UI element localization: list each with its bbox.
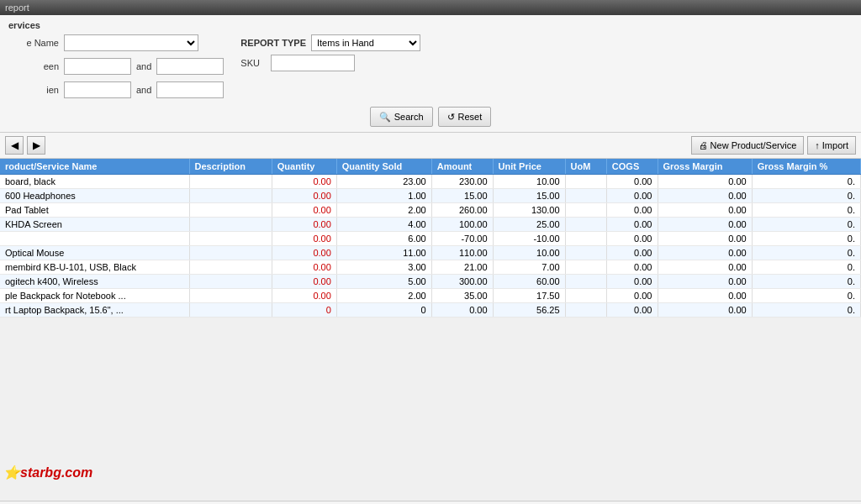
cell-gross-margin: 0.00	[658, 232, 752, 246]
cell-uom	[565, 246, 606, 260]
cell-description	[189, 232, 272, 246]
cell-gross-margin: 0.00	[658, 289, 752, 303]
filter-top-row: e Name een and ien and	[8, 34, 853, 102]
new-product-label: New Product/Service	[710, 140, 797, 150]
toolbar: ◀ ▶ 🖨 New Product/Service ↑ Import	[0, 133, 861, 159]
cell-amount: 300.00	[431, 275, 493, 289]
filter-between-row: een and	[8, 58, 224, 75]
top-bar: report	[0, 0, 861, 15]
cell-cogs: 0.00	[606, 303, 658, 318]
cell-quantity: 0.00	[272, 203, 336, 218]
cell-quantity: 0.00	[272, 275, 336, 289]
between-input-1[interactable]	[64, 58, 131, 75]
when-input-2[interactable]	[156, 81, 224, 98]
cell-uom	[565, 275, 606, 289]
cell-unit-price: 56.25	[493, 303, 565, 318]
sku-label: SKU	[240, 58, 266, 68]
reset-button[interactable]: ↺ Reset	[438, 107, 492, 127]
table-container: roduct/Service Name Description Quantity…	[0, 159, 861, 501]
cell-amount: 35.00	[431, 289, 493, 303]
cell-cogs: 0.00	[606, 275, 658, 289]
cell-uom	[565, 260, 606, 275]
cell-uom	[565, 303, 606, 318]
cell-description	[189, 246, 272, 260]
and-label-1: and	[136, 61, 151, 71]
watermark: ⭐starbg.com	[3, 465, 92, 480]
sku-input[interactable]	[271, 55, 355, 71]
import-label: Import	[822, 140, 848, 150]
cell-cogs: 0.00	[606, 260, 658, 275]
cell-gross-margin-pct: 0.	[752, 289, 860, 303]
cell-gross-margin-pct: 0.	[752, 232, 860, 246]
cell-quantity: 0.00	[272, 218, 336, 232]
new-product-icon: 🖨	[699, 140, 708, 150]
cell-uom	[565, 289, 606, 303]
cell-cogs: 0.00	[606, 289, 658, 303]
cell-name: membird KB-U-101, USB, Black	[0, 260, 189, 275]
back-button[interactable]: ◀	[5, 136, 24, 155]
cell-description	[189, 303, 272, 318]
table-row: KHDA Screen 0.00 4.00 100.00 25.00 0.00 …	[0, 218, 861, 232]
cell-unit-price: 60.00	[493, 275, 565, 289]
cell-description	[189, 189, 272, 203]
cell-gross-margin: 0.00	[658, 303, 752, 318]
cell-gross-margin: 0.00	[658, 218, 752, 232]
cell-unit-price: 130.00	[493, 203, 565, 218]
forward-button[interactable]: ▶	[27, 136, 45, 155]
col-gross-margin: Gross Margin	[658, 159, 752, 175]
cell-amount: 21.00	[431, 260, 493, 275]
when-label: ien	[8, 85, 59, 95]
button-row: 🔍 Search ↺ Reset	[8, 107, 853, 127]
cell-quantity-sold: 0	[336, 303, 431, 318]
col-unit-price: Unit Price	[493, 159, 565, 175]
search-button[interactable]: 🔍 Search	[370, 107, 433, 127]
cell-quantity: 0	[272, 303, 336, 318]
cell-amount: 0.00	[431, 303, 493, 318]
table-row: Pad Tablet 0.00 2.00 260.00 130.00 0.00 …	[0, 203, 861, 218]
cell-cogs: 0.00	[606, 218, 658, 232]
filter-right: REPORT TYPE Items in Hand Items Sold Ite…	[240, 34, 420, 71]
cell-description	[189, 289, 272, 303]
cell-cogs: 0.00	[606, 175, 658, 189]
cell-quantity: 0.00	[272, 246, 336, 260]
cell-uom	[565, 218, 606, 232]
cell-quantity: 0.00	[272, 175, 336, 189]
reset-label: Reset	[458, 112, 483, 122]
and-label-2: and	[136, 85, 151, 95]
col-amount: Amount	[431, 159, 493, 175]
cell-description	[189, 260, 272, 275]
window-title: report	[5, 3, 29, 13]
col-name: roduct/Service Name	[0, 159, 189, 175]
cell-gross-margin: 0.00	[658, 275, 752, 289]
filter-when-row: ien and	[8, 81, 224, 98]
filter-section: ervices e Name een and ien and	[0, 15, 861, 133]
name-select[interactable]	[64, 34, 198, 51]
cell-gross-margin-pct: 0.	[752, 260, 860, 275]
col-cogs: COGS	[606, 159, 658, 175]
cell-uom	[565, 189, 606, 203]
cell-gross-margin-pct: 0.	[752, 246, 860, 260]
search-label: Search	[394, 112, 424, 122]
cell-cogs: 0.00	[606, 203, 658, 218]
search-icon: 🔍	[379, 112, 391, 123]
cell-description	[189, 275, 272, 289]
filter-section-title: ervices	[8, 20, 853, 30]
between-input-2[interactable]	[156, 58, 224, 75]
cell-unit-price: -10.00	[493, 232, 565, 246]
table-row: ogitech k400, Wireless 0.00 5.00 300.00 …	[0, 275, 861, 289]
report-type-select[interactable]: Items in Hand Items Sold Items Purchased	[311, 34, 420, 51]
cell-unit-price: 7.00	[493, 260, 565, 275]
when-input-1[interactable]	[64, 81, 131, 98]
table-row: board, black 0.00 23.00 230.00 10.00 0.0…	[0, 175, 861, 189]
table-row: Optical Mouse 0.00 11.00 110.00 10.00 0.…	[0, 246, 861, 260]
cell-gross-margin-pct: 0.	[752, 189, 860, 203]
cell-uom	[565, 175, 606, 189]
table-row: 0.00 6.00 -70.00 -10.00 0.00 0.00 0.	[0, 232, 861, 246]
report-type-label: REPORT TYPE	[240, 38, 306, 48]
toolbar-left: ◀ ▶	[5, 136, 45, 155]
reset-icon: ↺	[447, 112, 455, 123]
cell-unit-price: 17.50	[493, 289, 565, 303]
cell-quantity-sold: 23.00	[336, 175, 431, 189]
import-button[interactable]: ↑ Import	[807, 136, 856, 155]
new-product-button[interactable]: 🖨 New Product/Service	[691, 136, 805, 155]
